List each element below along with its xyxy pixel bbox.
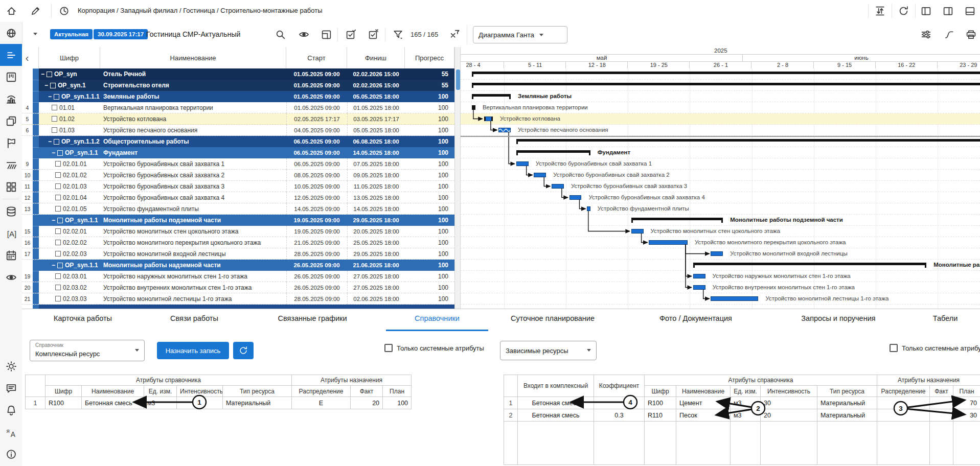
column-header[interactable]: Финиш (347, 47, 405, 68)
task-bar[interactable] (552, 184, 564, 189)
row-checkbox[interactable] (55, 273, 61, 279)
collapse-icon[interactable]: − (52, 262, 55, 269)
sidebar-item-info[interactable] (0, 443, 22, 465)
task-bar[interactable] (711, 296, 758, 301)
search-icon[interactable] (274, 28, 287, 41)
table-row[interactable]: 1502.02.01Устройство монолитных стен цок… (22, 226, 454, 237)
row-checkbox[interactable] (55, 161, 61, 167)
task-bar[interactable] (498, 128, 511, 132)
row-checkbox[interactable] (50, 83, 56, 88)
row-checkbox[interactable] (55, 183, 61, 189)
sidebar-item-eye[interactable] (0, 266, 22, 288)
filter-clear-icon[interactable] (447, 28, 461, 41)
column-header[interactable]: Шифр (39, 47, 100, 68)
sidebar-item-grid[interactable] (0, 176, 22, 198)
check-square-icon[interactable] (344, 28, 357, 41)
sliders-icon[interactable] (919, 28, 932, 41)
row-checkbox[interactable] (55, 172, 61, 178)
tab-2[interactable]: Связи работы (170, 314, 218, 322)
tab-8[interactable]: Табели (933, 314, 958, 322)
task-bar[interactable] (693, 285, 705, 290)
tab-7[interactable]: Запросы и поручения (801, 314, 875, 322)
printer-icon[interactable] (964, 28, 977, 41)
table-row[interactable]: 1102.01.03Устройство буронабивных свай з… (22, 181, 454, 192)
row-checkbox[interactable] (52, 116, 57, 122)
split-left-icon[interactable] (919, 4, 932, 17)
sidebar-item-chart[interactable] (0, 88, 22, 110)
task-bar[interactable] (693, 274, 705, 278)
summary-bar[interactable] (693, 263, 926, 265)
column-header[interactable]: Прогресс (405, 47, 454, 68)
home-icon[interactable] (5, 4, 18, 17)
tab-4[interactable]: Справочники (415, 314, 460, 322)
panel-icon[interactable] (320, 28, 333, 41)
sidebar-item-lang[interactable]: яA (0, 421, 22, 443)
row-checkbox[interactable] (52, 105, 57, 110)
sidebar-item-calendar[interactable] (0, 244, 22, 266)
gantt-chart[interactable]: Земляные работыВертикальная планировка т… (461, 68, 980, 309)
summary-bar[interactable] (631, 218, 723, 220)
row-checkbox[interactable] (55, 195, 61, 200)
task-bar[interactable] (587, 206, 590, 211)
table-row[interactable]: 7−OP_syn.1.1.2Общестроительные работы06.… (22, 136, 454, 147)
refresh-assignments-button[interactable] (233, 342, 254, 359)
row-checkbox[interactable] (54, 139, 59, 145)
sidebar-item-copy[interactable] (0, 110, 22, 132)
table-row[interactable]: 1R100Бетонная смесьм3МатериальныйЕ20100 (26, 397, 412, 409)
table-row[interactable]: 2102.03.03Устройство монолитной лестницы… (22, 293, 454, 305)
curve-icon[interactable] (942, 28, 955, 41)
refresh-icon[interactable] (897, 4, 910, 17)
assign-record-button[interactable]: Назначить запись (157, 342, 229, 359)
table-row[interactable]: 601.03Устройство песчаного основания04.0… (22, 125, 454, 136)
sidebar-item-db[interactable] (0, 200, 22, 222)
table-row[interactable]: 902.01.01Устройство буронабивных свай за… (22, 158, 454, 170)
table-row[interactable]: 1302.01.05Устройство фундаментной плиты1… (22, 203, 454, 215)
summary-bar[interactable] (516, 150, 590, 153)
row-checkbox[interactable] (55, 240, 61, 245)
summary-bar[interactable] (516, 139, 980, 142)
task-bar[interactable] (569, 195, 582, 200)
summary-bar[interactable] (472, 72, 980, 74)
breadcrumb[interactable]: Корпорация / Западный филиал / Гостиница… (78, 7, 323, 14)
sidebar-item-list[interactable] (0, 44, 22, 66)
table-row[interactable]: 3−OP_syn.1.1.1Земляные работы01.05.2025 … (22, 91, 454, 102)
sidebar-item-attr[interactable]: [A] (0, 222, 22, 244)
project-caret-icon[interactable] (33, 33, 37, 35)
table-row[interactable]: 1002.01.02Устройство буронабивных свай з… (22, 170, 454, 181)
collapse-icon[interactable]: − (48, 138, 52, 145)
dictionary-select[interactable]: Справочник Комплексный ресурс (30, 340, 145, 361)
row-checkbox[interactable] (55, 251, 61, 257)
pencil-icon[interactable] (29, 4, 42, 17)
task-bar[interactable] (649, 240, 688, 245)
table-row[interactable]: 1702.02.03Устройство монолитной входной … (22, 248, 454, 260)
column-header[interactable]: Старт (286, 47, 347, 68)
row-checkbox[interactable] (57, 150, 63, 156)
table-row[interactable]: 1Бетонная смесьR100Цементм330Материальны… (504, 397, 980, 409)
table-row[interactable]: 1−OP_synОтель Речной01.05.2025 09:0002.0… (22, 68, 454, 80)
task-bar[interactable] (534, 173, 546, 177)
tab-3[interactable]: Связанные графики (278, 314, 347, 322)
summary-bar[interactable] (472, 83, 980, 85)
task-bar[interactable] (711, 251, 723, 256)
eye-icon[interactable] (297, 28, 310, 41)
collapse-icon[interactable]: − (48, 93, 52, 100)
sidebar-item-sun[interactable] (0, 355, 22, 377)
collapse-icon[interactable]: − (41, 71, 44, 78)
table-row[interactable]: 8−OP_syn.1.1Фундамент06.05.2025 09:0014.… (22, 147, 454, 158)
collapse-icon[interactable]: − (44, 82, 48, 89)
filter-icon[interactable] (391, 28, 404, 41)
row-checkbox[interactable] (55, 206, 61, 212)
row-checkbox[interactable] (57, 263, 63, 268)
tab-5[interactable]: Суточное планирование (511, 314, 595, 322)
table-row[interactable]: 401.01Вертикальная планировка территории… (22, 102, 454, 113)
sidebar-item-flag[interactable] (0, 132, 22, 154)
column-header[interactable]: Наименование (100, 47, 286, 68)
system-attributes-checkbox-right[interactable] (890, 344, 898, 352)
summary-bar[interactable] (472, 94, 511, 97)
table-row[interactable]: 14−OP_syn.1.1Монолитные работы подземной… (22, 215, 454, 226)
task-bar[interactable] (516, 161, 529, 166)
table-row[interactable]: 2002.03.02Устройство внутренних монолитн… (22, 282, 454, 293)
task-bar[interactable] (631, 229, 644, 234)
sidebar-item-hatch[interactable] (0, 154, 22, 176)
row-checkbox[interactable] (55, 296, 61, 301)
